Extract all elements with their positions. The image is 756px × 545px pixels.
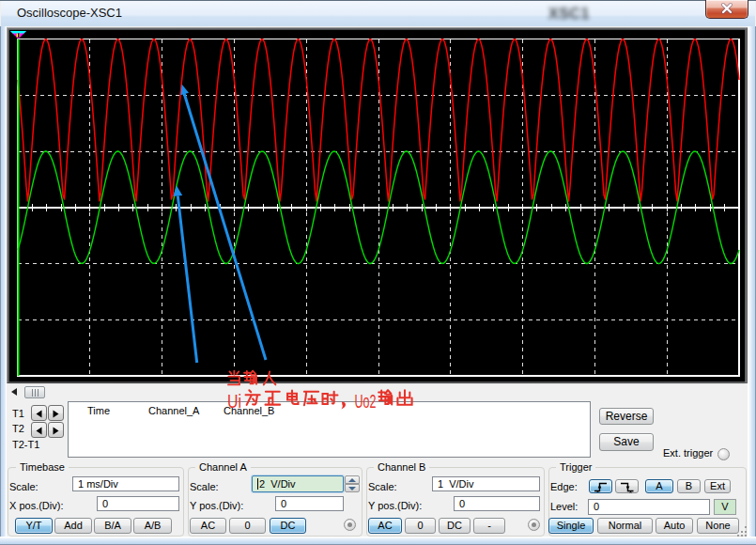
svg-text:Uo2: Uo2	[355, 390, 377, 412]
svg-text:Ui: Ui	[227, 390, 241, 412]
